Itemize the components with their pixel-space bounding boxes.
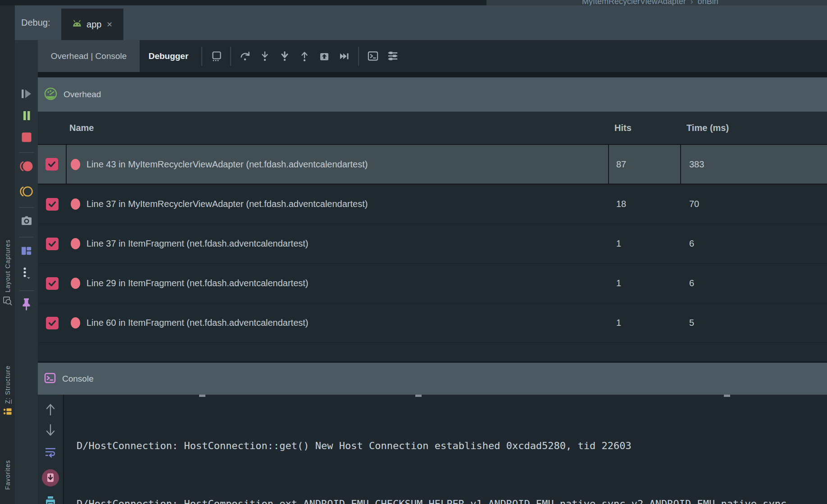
scroll-to-end-icon[interactable]: [42, 469, 59, 486]
breakpoint-name: Line 37 in MyItemRecyclerViewAdapter (ne…: [86, 199, 368, 209]
evaluate-expression-terminal-icon[interactable]: [367, 50, 379, 62]
time-value: 6: [681, 224, 827, 263]
breadcrumb-class[interactable]: MyItemRecyclerViewAdapter: [582, 0, 686, 5]
run-to-cursor-icon[interactable]: [338, 50, 350, 62]
drop-frame-icon[interactable]: [318, 50, 330, 62]
breakpoint-dot-icon: [71, 238, 80, 249]
log-line: D/HostConnection: HostConnection::get() …: [77, 436, 786, 455]
pause-button[interactable]: [20, 109, 33, 122]
step-over-icon[interactable]: [239, 50, 251, 62]
step-out-icon[interactable]: [299, 50, 310, 62]
stop-button[interactable]: [20, 130, 33, 144]
console-gutter: [38, 395, 64, 504]
rail-separator: [19, 290, 34, 291]
layout-settings-icon[interactable]: [387, 50, 399, 62]
log-line: D/HostConnection: HostComposition ext AN…: [77, 494, 786, 504]
scroll-up-icon[interactable]: [45, 403, 56, 416]
rail-separator: [19, 237, 34, 238]
debug-title: Debug:: [21, 18, 50, 28]
overhead-panel-title: Overhead: [64, 90, 101, 99]
session-tab-label: app: [86, 19, 101, 30]
console-terminal-icon: [44, 372, 56, 386]
breakpoint-checkbox[interactable]: [46, 198, 59, 211]
breakpoint-name: Line 43 in MyItemRecyclerViewAdapter (ne…: [86, 159, 368, 170]
console-panel-header: Console: [38, 361, 827, 395]
screenshot-camera-icon[interactable]: [20, 214, 33, 228]
toolbar-separator: [358, 47, 359, 66]
more-options-button[interactable]: [20, 266, 33, 280]
overhead-table: Name Hits Time (ms) Line 43 in MyItemRec…: [38, 112, 827, 361]
breadcrumb-method[interactable]: onBin: [698, 0, 718, 5]
time-value: 5: [681, 303, 827, 342]
breadcrumb-separator: ›: [691, 0, 693, 5]
layout-inspector-icon[interactable]: [20, 244, 33, 257]
table-row[interactable]: Line 29 in ItemFragment (net.fdash.adven…: [38, 264, 827, 303]
stripe-item-favorites[interactable]: Favorites: [0, 460, 15, 490]
table-row[interactable]: Line 37 in MyItemRecyclerViewAdapter (ne…: [38, 184, 827, 224]
breadcrumb-bar: MyItemRecyclerViewAdapter›onBin: [486, 0, 827, 5]
resume-button[interactable]: [20, 87, 33, 100]
view-breakpoints-button[interactable]: [19, 159, 34, 174]
tab-overhead-console[interactable]: Overhead | Console: [38, 40, 140, 72]
time-value: 383: [681, 145, 827, 184]
breakpoint-checkbox[interactable]: [46, 317, 59, 329]
tab-debugger[interactable]: Debugger: [140, 40, 197, 72]
android-icon: [72, 20, 82, 29]
table-row[interactable]: Line 43 in MyItemRecyclerViewAdapter (ne…: [38, 145, 827, 184]
breakpoint-dot-icon: [71, 317, 80, 328]
mute-breakpoints-button[interactable]: [19, 184, 34, 199]
editor-top-strip: MyItemRecyclerViewAdapter›onBin: [0, 0, 827, 5]
toolbar-separator: [230, 47, 231, 66]
time-value: 70: [681, 184, 827, 224]
stripe-label: Favorites: [4, 460, 11, 490]
debugger-tabs-toolbar: Overhead | Console Debugger: [38, 40, 827, 72]
soft-wrap-icon[interactable]: [44, 446, 57, 459]
hits-value: 87: [609, 145, 681, 184]
table-row[interactable]: Line 60 in ItemFragment (net.fdash.adven…: [38, 303, 827, 343]
overhead-gauge-icon: [44, 87, 58, 103]
overhead-panel-header: Overhead: [38, 77, 827, 112]
layout-captures-icon: [2, 296, 13, 308]
time-value: 6: [681, 264, 827, 303]
toolwindow-stripe: Layout Captures Z: Structure Favorites: [0, 5, 15, 504]
close-icon[interactable]: ✕: [106, 20, 112, 29]
pin-tab-icon[interactable]: [19, 297, 34, 312]
panel-divider: [38, 72, 827, 77]
breadcrumb: MyItemRecyclerViewAdapter›onBin: [582, 0, 718, 5]
console-panel-title: Console: [62, 374, 94, 384]
stripe-item-layout-captures[interactable]: Layout Captures: [0, 239, 15, 308]
show-execution-point-icon[interactable]: [210, 50, 222, 62]
scroll-down-icon[interactable]: [45, 423, 56, 437]
debug-toolwindow-header: Debug: app ✕: [15, 5, 827, 40]
step-into-icon[interactable]: [259, 50, 271, 62]
breakpoint-name: Line 60 in ItemFragment (net.fdash.adven…: [86, 318, 309, 328]
toolbar-separator: [201, 47, 202, 66]
column-header-time: Time (ms): [681, 123, 827, 133]
breakpoint-dot-icon: [71, 278, 80, 289]
breakpoint-name: Line 29 in ItemFragment (net.fdash.adven…: [86, 278, 309, 288]
stripe-item-structure[interactable]: Z: Structure: [0, 365, 15, 418]
session-tab-app[interactable]: app ✕: [61, 9, 123, 40]
rail-separator: [19, 152, 34, 153]
hits-value: 1: [609, 303, 681, 342]
breakpoint-checkbox[interactable]: [46, 277, 59, 290]
android-studio-debug-window: MyItemRecyclerViewAdapter›onBin Debug: a…: [0, 0, 827, 504]
rail-separator: [19, 207, 34, 208]
stripe-label: Z: Structure: [4, 365, 11, 404]
force-step-into-icon[interactable]: [279, 50, 291, 62]
column-header-hits: Hits: [609, 123, 681, 133]
table-header-row: Name Hits Time (ms): [38, 112, 827, 145]
column-header-name: Name: [66, 123, 609, 133]
breakpoint-checkbox[interactable]: [45, 158, 58, 171]
breakpoint-name: Line 37 in ItemFragment (net.fdash.adven…: [86, 238, 309, 249]
hits-value: 1: [609, 264, 681, 303]
breakpoint-dot-icon: [71, 159, 80, 170]
console-log: D/HostConnection: HostConnection::get() …: [64, 395, 827, 504]
table-row[interactable]: Line 37 in ItemFragment (net.fdash.adven…: [38, 224, 827, 264]
clipped-log-line: [114, 395, 120, 397]
print-icon[interactable]: [44, 495, 57, 504]
breakpoint-checkbox[interactable]: [46, 238, 59, 250]
hits-value: 1: [609, 224, 681, 263]
hits-value: 18: [609, 184, 681, 224]
structure-icon: [3, 407, 13, 418]
